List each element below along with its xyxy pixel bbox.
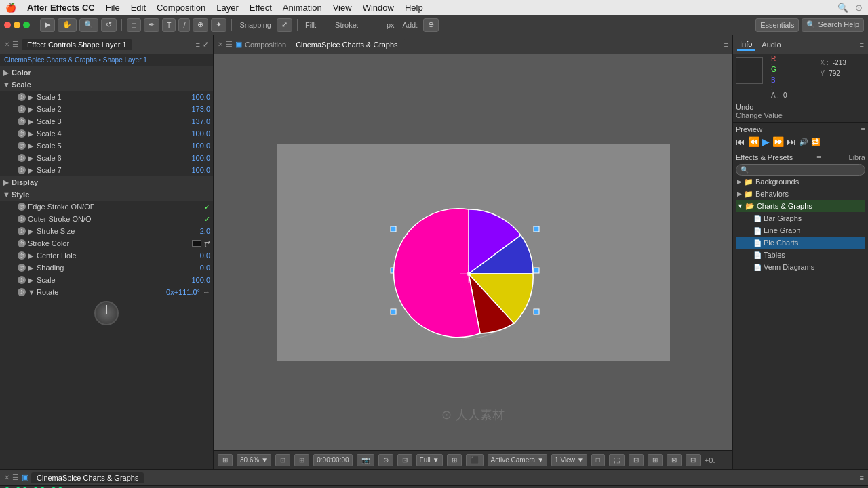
panel-expand-icon[interactable]: ⤢	[203, 40, 209, 49]
shading-icon[interactable]: ⏱	[18, 264, 26, 272]
prev-audio-btn[interactable]: 🔊	[799, 138, 808, 146]
scale-1-row[interactable]: ⏱ ▶ Scale 1 100.0	[0, 91, 213, 103]
tool-brush[interactable]: /	[178, 18, 190, 32]
toolbar-maximize[interactable]	[23, 22, 30, 28]
scale-4-expand[interactable]: ▶	[28, 129, 35, 138]
effects-search-input[interactable]	[751, 166, 861, 174]
outer-stroke-value[interactable]: ✓	[176, 215, 210, 224]
scale-7-value[interactable]: 100.0	[176, 166, 210, 174]
tool-puppet[interactable]: ✦	[211, 18, 226, 32]
menu-view[interactable]: View	[333, 3, 352, 13]
wireframe-btn[interactable]: ⊡	[397, 454, 412, 466]
menu-edit[interactable]: Edit	[131, 3, 146, 13]
stroke-color-swatch[interactable]	[192, 240, 201, 247]
close-icon[interactable]: ✕	[4, 41, 9, 48]
tree-pie-charts[interactable]: ▶ 📄 Pie Charts	[736, 237, 865, 249]
style-expand[interactable]: ▼	[3, 190, 9, 199]
stroke-size-icon[interactable]: ⏱	[18, 227, 26, 235]
tree-bar-graphs[interactable]: ▶ 📄 Bar Graphs	[736, 212, 865, 224]
effect-controls-tab[interactable]: Effect Controls Shape Layer 1	[22, 39, 132, 50]
stroke-size-expand[interactable]: ▶	[28, 227, 35, 236]
scale-5-expand[interactable]: ▶	[28, 142, 35, 150]
scale-7-clock-icon[interactable]: ⏱	[18, 166, 26, 174]
search-help-button[interactable]: 🔍 Search Help	[802, 18, 864, 32]
snapping-toggle[interactable]: ⤢	[277, 18, 292, 32]
scale-5-value[interactable]: 100.0	[176, 142, 210, 150]
scale-6-expand[interactable]: ▶	[28, 154, 35, 163]
view3-btn[interactable]: ⊡	[629, 454, 644, 466]
scale-3-value[interactable]: 137.0	[176, 117, 210, 125]
tool-zoom[interactable]: 🔍	[79, 18, 98, 32]
scale-1-clock-icon[interactable]: ⏱	[18, 93, 26, 101]
menu-layer[interactable]: Layer	[216, 3, 239, 13]
display-expand[interactable]: ▶	[3, 178, 9, 187]
breadcrumb-item[interactable]: Shape Layer 1	[103, 56, 147, 64]
menu-file[interactable]: File	[106, 3, 120, 13]
rotate-expand[interactable]: ▼	[28, 288, 35, 296]
menu-effect[interactable]: Effect	[250, 3, 272, 13]
view2-btn[interactable]: ⬚	[609, 454, 625, 466]
scale-6-row[interactable]: ⏱ ▶ Scale 6 100.0	[0, 152, 213, 164]
layers-btn[interactable]: ⊞	[447, 454, 462, 466]
tool-hand[interactable]: ✋	[58, 18, 77, 32]
tool-text[interactable]: T	[162, 18, 176, 32]
breadcrumb-root[interactable]: CinemaSpice Charts & Graphs	[4, 56, 97, 64]
scale-section-header[interactable]: ▼ Scale	[0, 79, 213, 91]
timeline-tab[interactable]: CinemaSpice Charts & Graphs	[31, 472, 144, 483]
panel-menu-icon[interactable]: ≡	[196, 41, 200, 49]
rotate-scrub-icon[interactable]: ↔	[203, 288, 210, 296]
shading-row[interactable]: ⏱ ▶ Shading 0.0	[0, 262, 213, 274]
tool-rect[interactable]: □	[127, 18, 141, 32]
rotate-icon[interactable]: ⏱	[18, 288, 26, 296]
timecode-display[interactable]: 0:00:00:00	[313, 454, 352, 466]
viewport-grid-btn[interactable]: ⊞	[218, 454, 233, 466]
audio-tab[interactable]: Audio	[759, 39, 783, 50]
center-hole-icon[interactable]: ⏱	[18, 251, 26, 260]
add-button[interactable]: ⊕	[423, 18, 439, 32]
view1-btn[interactable]: □	[591, 454, 605, 466]
color-expand[interactable]: ▶	[3, 68, 9, 77]
scale-3-row[interactable]: ⏱ ▶ Scale 3 137.0	[0, 115, 213, 127]
comp-menu-icon[interactable]: ≡	[724, 41, 728, 49]
edge-stroke-row[interactable]: ⏱ Edge Stroke ON/OF ✓	[0, 201, 213, 213]
view6-btn[interactable]: ⊟	[686, 454, 701, 466]
stroke-size-row[interactable]: ⏱ ▶ Stroke Size 2.0	[0, 225, 213, 237]
library-tab-btn[interactable]: Libra	[849, 153, 865, 161]
scale-6-clock-icon[interactable]: ⏱	[18, 154, 26, 162]
menu-composition[interactable]: Composition	[157, 3, 205, 13]
effects-search-box[interactable]: 🔍	[736, 164, 865, 176]
edge-stroke-value[interactable]: ✓	[176, 203, 210, 211]
timecode-display[interactable]: 0;00;00;00	[4, 486, 64, 489]
view-dropdown[interactable]: 1 View ▼	[551, 454, 587, 466]
style-scale-value[interactable]: 100.0	[176, 276, 210, 284]
stroke-size-value[interactable]: 2.0	[176, 227, 210, 235]
scale-7-row[interactable]: ⏱ ▶ Scale 7 100.0	[0, 164, 213, 176]
scale-expand[interactable]: ▼	[3, 81, 9, 89]
style-scale-row[interactable]: ⏱ ▶ Scale 100.0	[0, 274, 213, 286]
tree-behaviors[interactable]: ▶ 📁 Behaviors	[736, 188, 865, 200]
menu-help[interactable]: Help	[405, 3, 423, 13]
toolbar-close[interactable]	[4, 22, 11, 28]
scale-2-row[interactable]: ⏱ ▶ Scale 2 173.0	[0, 103, 213, 115]
viewport[interactable]: 人人素材	[214, 54, 732, 450]
stroke-color-row[interactable]: ⏱ Stroke Color ⇄	[0, 237, 213, 249]
tree-backgrounds[interactable]: ▶ 📁 Backgrounds	[736, 176, 865, 188]
view5-btn[interactable]: ⊠	[667, 454, 682, 466]
scale-6-value[interactable]: 100.0	[176, 154, 210, 162]
effects-menu-icon[interactable]: ≡	[816, 153, 821, 161]
scale-3-clock-icon[interactable]: ⏱	[18, 117, 26, 125]
prev-forward-btn[interactable]: ⏩	[772, 136, 784, 147]
scale-4-clock-icon[interactable]: ⏱	[18, 129, 26, 138]
preview-menu-icon[interactable]: ≡	[861, 125, 865, 134]
center-hole-row[interactable]: ⏱ ▶ Center Hole 0.0	[0, 249, 213, 262]
timeline-menu-icon[interactable]: ≡	[860, 474, 864, 482]
outer-stroke-row[interactable]: ⏱ Outer Stroke ON/O ✓	[0, 213, 213, 225]
stroke-value[interactable]: —	[364, 21, 372, 29]
rotate-row[interactable]: ⏱ ▼ Rotate 0x+111.0° ↔	[0, 286, 213, 298]
essentials-button[interactable]: Essentials	[755, 18, 799, 32]
alpha-btn[interactable]: ⬛	[466, 454, 484, 466]
menu-animation[interactable]: Animation	[283, 3, 322, 13]
apple-menu[interactable]: 🍎	[5, 3, 16, 13]
scale-2-value[interactable]: 173.0	[176, 105, 210, 113]
view4-btn[interactable]: ⊞	[648, 454, 663, 466]
